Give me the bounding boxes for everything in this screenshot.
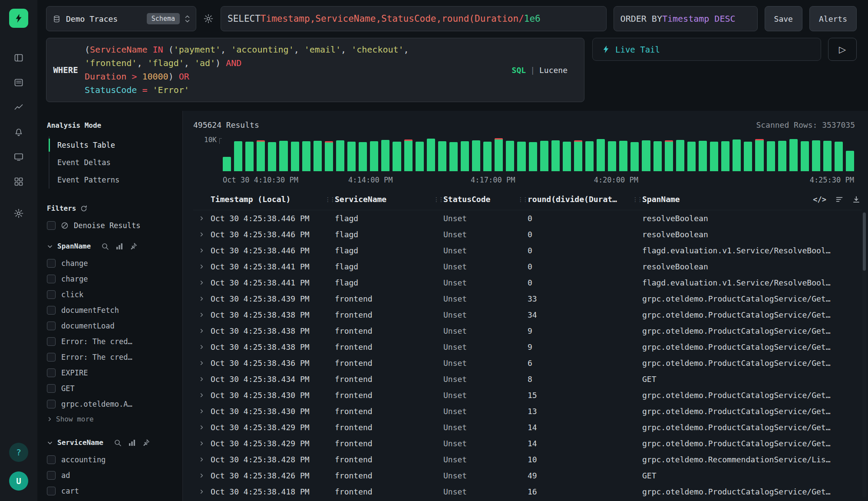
chart-bar[interactable] <box>325 138 333 171</box>
row-expand-chevron[interactable] <box>193 408 210 414</box>
chart-bar[interactable] <box>767 138 775 171</box>
save-button[interactable]: Save <box>765 6 802 31</box>
filter-option[interactable]: documentFetch <box>47 302 178 318</box>
row-expand-chevron[interactable] <box>193 376 210 382</box>
row-expand-chevron[interactable] <box>193 216 210 221</box>
chart-bar[interactable] <box>234 138 242 171</box>
table-row[interactable]: Oct 30 4:25:38.426 PMfrontendUnset49GET <box>193 468 862 484</box>
row-density-icon[interactable] <box>835 196 843 203</box>
table-row[interactable]: Oct 30 4:25:38.418 PMfrontendUnset16grpc… <box>193 484 862 500</box>
filter-option[interactable]: click <box>47 287 178 302</box>
filter-group-name[interactable]: SpanName <box>57 242 91 250</box>
table-row[interactable]: Oct 30 4:25:38.446 PMflagdUnset0flagd.ev… <box>193 242 862 259</box>
filter-option[interactable]: documentLoad <box>47 318 178 333</box>
chart-bar[interactable] <box>699 138 707 171</box>
checkbox[interactable] <box>47 471 56 480</box>
select-query-input[interactable]: SELECT Timestamp, ServiceName, StatusCod… <box>221 6 607 31</box>
sidebar-panels-icon[interactable] <box>13 52 24 63</box>
chart-bar[interactable] <box>268 138 276 171</box>
row-expand-chevron[interactable] <box>193 232 210 237</box>
chart-bar[interactable] <box>619 138 627 171</box>
chart-bar[interactable] <box>381 138 389 171</box>
checkbox[interactable] <box>47 337 56 346</box>
filter-group-name[interactable]: ServiceName <box>57 438 103 447</box>
sql-toggle[interactable]: SQL <box>512 66 526 75</box>
checkbox[interactable] <box>47 368 56 377</box>
live-tail-button[interactable]: Live Tail <box>592 38 821 61</box>
table-row[interactable]: Oct 30 4:25:38.429 PMfrontendUnset14grpc… <box>193 435 862 451</box>
chart-bar[interactable] <box>449 138 458 171</box>
table-row[interactable]: Oct 30 4:25:38.446 PMflagdUnset0resolveB… <box>193 226 862 242</box>
row-expand-chevron[interactable] <box>193 425 210 430</box>
chart-icon[interactable] <box>128 439 136 447</box>
filter-option[interactable]: charge <box>47 271 178 286</box>
table-row[interactable]: Oct 30 4:25:38.438 PMfrontendUnset34grpc… <box>193 307 862 323</box>
pin-icon[interactable] <box>142 439 150 446</box>
checkbox[interactable] <box>47 487 56 495</box>
table-row[interactable]: Oct 30 4:25:38.438 PMfrontendUnset9grpc.… <box>193 339 862 355</box>
chart-bar[interactable] <box>744 138 752 171</box>
chart-bar[interactable] <box>597 138 605 171</box>
chart-bar[interactable] <box>472 138 480 171</box>
filter-option[interactable]: change <box>47 255 178 271</box>
checkbox[interactable] <box>47 290 56 299</box>
filter-option[interactable]: Error: The cred… <box>47 334 178 349</box>
sessions-monitor-icon[interactable] <box>13 151 24 163</box>
row-expand-chevron[interactable] <box>193 489 210 494</box>
alerts-bell-icon[interactable] <box>13 126 24 138</box>
chart-bar[interactable] <box>733 138 741 171</box>
col-header-timestamp[interactable]: Timestamp (Local) <box>210 195 323 204</box>
chart-bar[interactable] <box>506 138 514 171</box>
chart-bar[interactable] <box>302 138 310 171</box>
filter-option[interactable]: Error: The cred… <box>47 349 178 365</box>
row-expand-chevron[interactable] <box>193 457 210 462</box>
row-expand-chevron[interactable] <box>193 280 210 285</box>
chart-bar[interactable] <box>404 138 413 171</box>
filter-option[interactable]: accounting <box>47 452 178 467</box>
source-settings-gear-icon[interactable] <box>203 13 214 24</box>
row-expand-chevron[interactable] <box>193 360 210 366</box>
chart-bar[interactable] <box>517 138 525 171</box>
dashboards-grid-icon[interactable] <box>13 176 24 187</box>
filter-option[interactable]: EXPIRE <box>47 365 178 380</box>
row-expand-chevron[interactable] <box>193 248 210 253</box>
lucene-toggle[interactable]: Lucene <box>539 66 568 75</box>
table-row[interactable]: Oct 30 4:25:38.441 PMflagdUnset0resolveB… <box>193 259 862 275</box>
chart-bar[interactable] <box>359 138 367 171</box>
chart-bar[interactable] <box>710 138 718 171</box>
chart-bar[interactable] <box>789 138 798 171</box>
app-logo[interactable] <box>9 9 28 28</box>
chart-bar[interactable] <box>665 138 673 171</box>
column-drag-handle[interactable]: ⋮⋮ <box>433 196 443 203</box>
scrollbar-thumb[interactable] <box>863 212 866 271</box>
checkbox[interactable] <box>47 259 56 268</box>
chart-bar[interactable] <box>529 138 537 171</box>
chevron-down-icon[interactable] <box>47 440 53 446</box>
filter-option[interactable]: ad <box>47 468 178 483</box>
chart-bar[interactable] <box>801 138 809 171</box>
refresh-filters-icon[interactable] <box>80 205 87 212</box>
chart-bar[interactable] <box>483 138 492 171</box>
chart-bar[interactable] <box>336 138 344 171</box>
row-expand-chevron[interactable] <box>193 441 210 446</box>
run-query-button[interactable]: ▷ <box>828 38 857 61</box>
chart-bar[interactable] <box>495 138 503 171</box>
chart-bar[interactable] <box>416 138 424 171</box>
chart-bar[interactable] <box>846 138 854 171</box>
chart-bar[interactable] <box>563 138 571 171</box>
row-expand-chevron[interactable] <box>193 328 210 334</box>
table-row[interactable]: Oct 30 4:25:38.430 PMfrontendUnset13grpc… <box>193 403 862 419</box>
chart-bar[interactable] <box>427 138 435 171</box>
column-drag-handle[interactable]: ⋮⋮ <box>632 196 642 203</box>
table-row[interactable]: Oct 30 4:25:38.428 PMfrontendUnset10grpc… <box>193 451 862 468</box>
table-row[interactable]: Oct 30 4:25:38.441 PMflagdUnset0flagd.ev… <box>193 275 862 291</box>
chart-bar[interactable] <box>721 138 729 171</box>
checkbox[interactable] <box>47 322 56 330</box>
chart-bar[interactable] <box>755 138 763 171</box>
table-row[interactable]: Oct 30 4:25:38.446 PMflagdUnset0resolveB… <box>193 210 862 226</box>
chevron-down-icon[interactable] <box>47 243 53 249</box>
pin-icon[interactable] <box>130 242 137 250</box>
row-expand-chevron[interactable] <box>193 392 210 398</box>
chart-bar[interactable] <box>245 138 254 171</box>
chart-bar[interactable] <box>393 138 401 171</box>
